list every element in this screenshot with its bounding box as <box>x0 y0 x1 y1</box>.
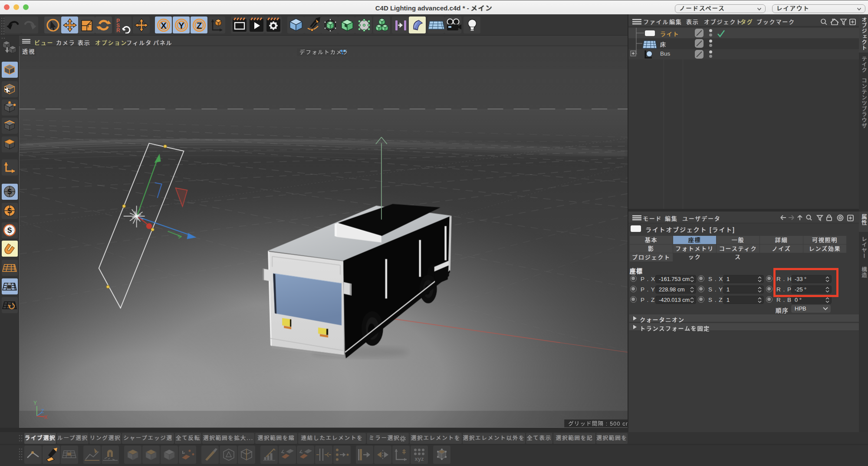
svg-text:透視: 透視 <box>22 48 35 55</box>
svg-text:グリッド間隔 : 500 cm: グリッド間隔 : 500 cm <box>568 421 628 427</box>
svg-text:Y: Y <box>178 21 184 30</box>
svg-text:Y: Y <box>33 400 37 406</box>
svg-text:X: X <box>44 414 48 420</box>
svg-text:Z: Z <box>197 21 202 30</box>
svg-text:R: R <box>116 27 120 33</box>
svg-text:S: S <box>7 188 12 195</box>
svg-text:S: S <box>7 207 12 215</box>
svg-text:S: S <box>7 227 12 234</box>
svg-text:X: X <box>161 21 167 30</box>
svg-text:Z: Z <box>41 408 44 414</box>
svg-text:xyz: xyz <box>415 456 424 462</box>
